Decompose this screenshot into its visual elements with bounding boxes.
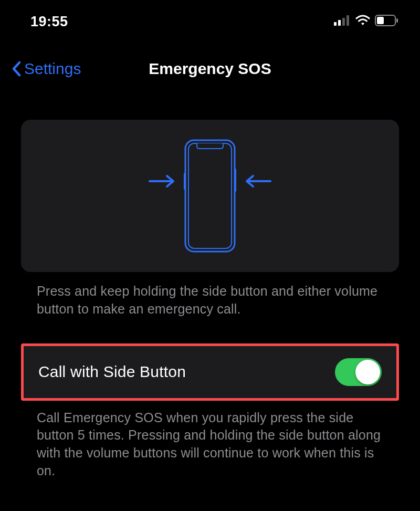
chevron-back-icon	[12, 61, 21, 77]
svg-rect-5	[377, 17, 384, 24]
svg-rect-0	[334, 22, 337, 26]
wifi-icon	[355, 15, 371, 28]
svg-rect-9	[184, 173, 185, 190]
phone-squeeze-illustration-icon	[110, 133, 310, 259]
toggle-knob	[355, 360, 380, 384]
navigation-bar: Settings Emergency SOS	[0, 36, 420, 93]
svg-rect-8	[188, 143, 232, 248]
status-indicators	[334, 15, 399, 28]
back-button-label: Settings	[24, 60, 81, 78]
svg-rect-7	[185, 140, 235, 252]
status-bar: 19:55	[0, 0, 420, 36]
cellular-icon	[334, 15, 351, 28]
svg-rect-6	[396, 18, 398, 23]
setting-label: Call with Side Button	[38, 363, 186, 381]
svg-rect-10	[235, 169, 236, 192]
call-side-button-toggle[interactable]	[335, 358, 382, 386]
setting-helper-text: Call Emergency SOS when you rapidly pres…	[21, 401, 399, 480]
battery-icon	[375, 15, 399, 28]
svg-rect-1	[338, 20, 341, 26]
svg-rect-3	[346, 15, 349, 26]
page-title: Emergency SOS	[149, 60, 271, 78]
svg-rect-2	[342, 18, 345, 26]
content-area: Press and keep holding the side button a…	[0, 93, 420, 480]
illustration-card	[21, 120, 399, 272]
illustration-helper-text: Press and keep holding the side button a…	[21, 272, 399, 318]
call-side-button-row[interactable]: Call with Side Button	[24, 346, 396, 398]
status-time: 19:55	[30, 14, 68, 30]
back-button[interactable]: Settings	[12, 60, 81, 78]
highlighted-row-annotation: Call with Side Button	[21, 343, 399, 401]
